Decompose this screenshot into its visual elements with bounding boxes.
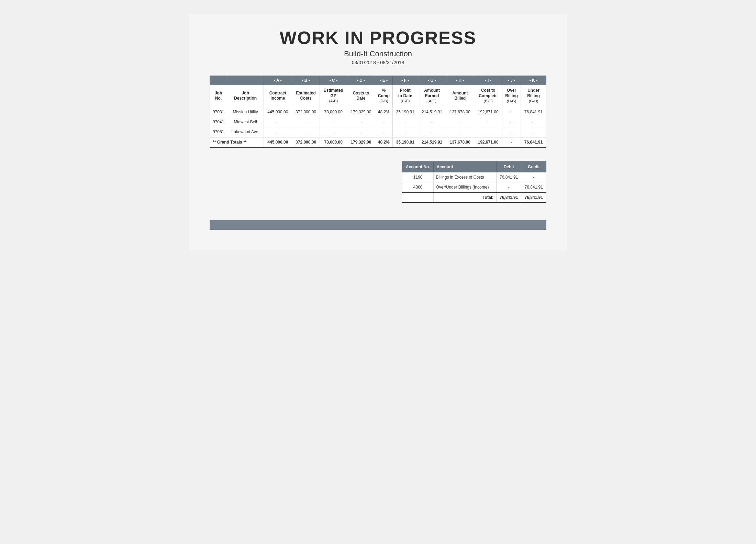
col-letter-c: - C - bbox=[320, 76, 347, 85]
account-name-header: Account bbox=[434, 161, 497, 172]
account-header-row: Account No. Account Debit Credit bbox=[402, 161, 546, 172]
job-desc-1: Mission Utility bbox=[227, 107, 264, 117]
account-table: Account No. Account Debit Credit 1190 Bi… bbox=[402, 161, 546, 203]
total-empty bbox=[402, 192, 434, 203]
amount-billed-2: - bbox=[446, 117, 474, 127]
est-gp-2: - bbox=[320, 117, 347, 127]
grand-total-under-billing: 76,841.91 bbox=[521, 137, 546, 147]
wip-table: - A - - B - - C - - D - - E - - F - - G … bbox=[210, 76, 546, 148]
grand-total-est-gp: 73,000.00 bbox=[320, 137, 347, 147]
contract-income-3: - bbox=[264, 127, 292, 137]
grand-total-contract-income: 445,000.00 bbox=[264, 137, 292, 147]
account-no-1: 1190 bbox=[402, 172, 434, 182]
profit-to-date-2: - bbox=[392, 117, 418, 127]
col-header-cost-to-complete: Cost toComplete(B-D) bbox=[474, 85, 502, 107]
under-billing-3: - bbox=[521, 127, 546, 137]
col-letter-i: - I - bbox=[474, 76, 502, 85]
report-title: WORK IN PROGRESS bbox=[210, 27, 546, 48]
col-letter-b: - B - bbox=[292, 76, 320, 85]
col-header-est-costs: EstimatedCosts bbox=[292, 85, 320, 107]
grand-total-label: ** Grand Totals ** bbox=[210, 137, 264, 147]
profit-to-date-3: - bbox=[392, 127, 418, 137]
column-letters-row: - A - - B - - C - - D - - E - - F - - G … bbox=[210, 76, 546, 85]
account-no-header: Account No. bbox=[402, 161, 434, 172]
col-header-pct-comp: %Comp(D/B) bbox=[375, 85, 392, 107]
col-header-under-billing: UnderBilling(G-H) bbox=[521, 85, 546, 107]
col-header-amount-billed: AmountBilled bbox=[446, 85, 474, 107]
page: WORK IN PROGRESS Build-It Construction 0… bbox=[189, 14, 567, 250]
table-row: 97051 Lakewood Ave. - - - - - - - - - - … bbox=[210, 127, 546, 137]
account-section: Account No. Account Debit Credit 1190 Bi… bbox=[210, 161, 546, 203]
col-letter-k: - K - bbox=[521, 76, 546, 85]
job-desc-2: Midwest Bell bbox=[227, 117, 264, 127]
col-header-profit-to-date: Profitto Date(C•E) bbox=[392, 85, 418, 107]
grand-total-amount-earned: 214,519.91 bbox=[418, 137, 446, 147]
debit-header: Debit bbox=[496, 161, 521, 172]
pct-comp-2: - bbox=[375, 117, 392, 127]
col-letter-empty1 bbox=[210, 76, 227, 85]
amount-billed-1: 137,678.00 bbox=[446, 107, 474, 117]
account-desc-1: Billings in Excess of Costs bbox=[434, 172, 497, 182]
credit-1: - bbox=[521, 172, 546, 182]
cost-to-complete-3: - bbox=[474, 127, 502, 137]
contract-income-2: - bbox=[264, 117, 292, 127]
over-billing-1: - bbox=[502, 107, 521, 117]
contract-income-1: 445,000.00 bbox=[264, 107, 292, 117]
account-desc-2: Over/Under Billings (Income) bbox=[434, 182, 497, 192]
col-letter-empty2 bbox=[227, 76, 264, 85]
debit-2: - bbox=[496, 182, 521, 192]
credit-2: 76,841.91 bbox=[521, 182, 546, 192]
grand-total-cost-to-complete: 192,671.00 bbox=[474, 137, 502, 147]
col-letter-d: - D - bbox=[347, 76, 375, 85]
account-row: 4300 Over/Under Billings (Income) - 76,8… bbox=[402, 182, 546, 192]
amount-earned-3: - bbox=[418, 127, 446, 137]
date-range: 03/01/2018 - 08/31/2018 bbox=[210, 60, 546, 65]
under-billing-1: 76,841.91 bbox=[521, 107, 546, 117]
column-headers-row: JobNo. JobDescription ContractIncome Est… bbox=[210, 85, 546, 107]
job-no-1: 97031 bbox=[210, 107, 227, 117]
est-costs-3: - bbox=[292, 127, 320, 137]
total-debit: 76,841.91 bbox=[496, 192, 521, 203]
amount-earned-1: 214,519.91 bbox=[418, 107, 446, 117]
col-letter-a: - A - bbox=[264, 76, 292, 85]
col-letter-h: - H - bbox=[446, 76, 474, 85]
profit-to-date-1: 35,190.91 bbox=[392, 107, 418, 117]
grand-total-row: ** Grand Totals ** 445,000.00 372,000.00… bbox=[210, 137, 546, 147]
amount-earned-2: - bbox=[418, 117, 446, 127]
credit-header: Credit bbox=[521, 161, 546, 172]
under-billing-2: - bbox=[521, 117, 546, 127]
grand-total-over-billing: - bbox=[502, 137, 521, 147]
pct-comp-3: - bbox=[375, 127, 392, 137]
account-no-2: 4300 bbox=[402, 182, 434, 192]
table-row: 97041 Midwest Bell - - - - - - - - - - - bbox=[210, 117, 546, 127]
grand-total-costs-to-date: 179,329.00 bbox=[347, 137, 375, 147]
amount-billed-3: - bbox=[446, 127, 474, 137]
over-billing-2: - bbox=[502, 117, 521, 127]
col-header-job-no: JobNo. bbox=[210, 85, 227, 107]
account-total-row: Total: 76,841.91 76,841.91 bbox=[402, 192, 546, 203]
col-letter-f: - F - bbox=[392, 76, 418, 85]
est-gp-1: 73,000.00 bbox=[320, 107, 347, 117]
costs-to-date-3: - bbox=[347, 127, 375, 137]
grand-total-profit-to-date: 35,190.91 bbox=[392, 137, 418, 147]
debit-1: 76,841.91 bbox=[496, 172, 521, 182]
col-header-job-desc: JobDescription bbox=[227, 85, 264, 107]
costs-to-date-1: 179,329.00 bbox=[347, 107, 375, 117]
est-costs-2: - bbox=[292, 117, 320, 127]
job-no-3: 97051 bbox=[210, 127, 227, 137]
col-letter-j: - J - bbox=[502, 76, 521, 85]
grand-total-amount-billed: 137,678.00 bbox=[446, 137, 474, 147]
cost-to-complete-2: - bbox=[474, 117, 502, 127]
costs-to-date-2: - bbox=[347, 117, 375, 127]
table-row: 97031 Mission Utility 445,000.00 372,000… bbox=[210, 107, 546, 117]
company-name: Build-It Construction bbox=[210, 49, 546, 58]
total-label: Total: bbox=[434, 192, 497, 203]
pct-comp-1: 48.2% bbox=[375, 107, 392, 117]
col-header-contract-income: ContractIncome bbox=[264, 85, 292, 107]
cost-to-complete-1: 192,671.00 bbox=[474, 107, 502, 117]
account-row: 1190 Billings in Excess of Costs 76,841.… bbox=[402, 172, 546, 182]
est-costs-1: 372,000.00 bbox=[292, 107, 320, 117]
over-billing-3: - bbox=[502, 127, 521, 137]
job-no-2: 97041 bbox=[210, 117, 227, 127]
report-header: WORK IN PROGRESS Build-It Construction 0… bbox=[210, 27, 546, 65]
